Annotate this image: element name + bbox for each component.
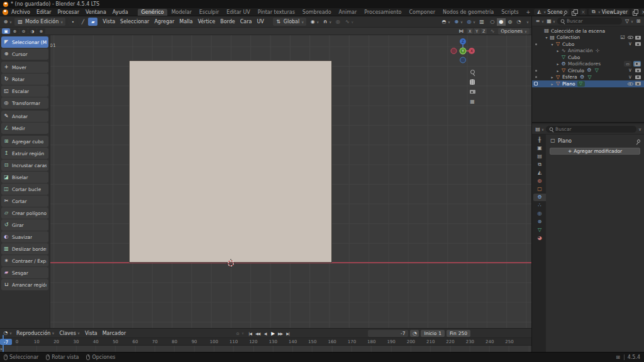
properties-search-input[interactable] [555,126,633,132]
workspace-tab-scripts[interactable]: Scripts [497,9,522,16]
tool-anotar[interactable]: ✎Anotar [1,111,48,122]
scene-selector[interactable]: ◭ ∨ Scene [534,9,569,15]
grid-button[interactable]: ▦ [469,99,476,105]
properties-editor-type-button[interactable]: ▤∨ [535,126,544,133]
menu-procesar[interactable]: Procesar [55,9,82,15]
tool-suavizar[interactable]: ◐Suavizar [1,231,48,243]
tool-cortar[interactable]: ✂Cortar [1,195,48,207]
remove-view-layer-button[interactable]: × [640,9,644,15]
properties-tab-scene-props[interactable]: ◭ [533,169,546,177]
frame-start-field[interactable]: Inicio 1 [421,330,445,337]
timeline-editor-type-button[interactable]: ◔∨ [3,330,12,336]
options-dropdown[interactable]: Opciones ∨ [498,28,530,35]
zoom-button[interactable] [469,69,476,75]
tool-cortar-bucle[interactable]: ◫Cortar bucle [1,184,48,195]
select-box-mode-subtract[interactable]: ⊖ [19,28,28,34]
expander-icon[interactable]: ▾ [550,42,555,47]
tool-rotar[interactable]: ↻Rotar [1,74,48,85]
tool-crear-pol-gono[interactable]: ▱Crear polígono [1,207,48,219]
shading-solid[interactable]: ● [497,18,506,26]
select-mode-face[interactable]: ▰ [88,18,97,26]
falloff-button[interactable]: ∿∨ [344,19,353,25]
workspace-tab-+[interactable]: + [523,9,535,16]
screen-toggle-icon[interactable]: ▭ [624,61,631,67]
outliner-filter-button[interactable]: ▽∨ [624,18,633,25]
mirror-icon[interactable]: ⋈ [458,28,464,35]
gizmo-x-neg-axis[interactable] [451,48,457,54]
select-box-mode-extend[interactable]: ⊕ [11,28,19,34]
new-scene-button[interactable] [571,9,578,15]
outliner-search[interactable] [557,18,622,25]
viewport-menu-cara[interactable]: Cara [238,19,255,25]
tool-sesgar[interactable]: ▰Sesgar [1,267,48,278]
properties-tab-modifiers[interactable]: ⚙ [533,194,546,201]
chevron-down-icon[interactable]: ∨ [638,127,641,132]
tool-mover[interactable]: +Mover [1,62,48,73]
navigation-gizmo[interactable]: Z X Y [450,37,475,66]
properties-tab-physics[interactable]: ◎ [533,210,546,217]
workspace-tab-modelar[interactable]: Modelar [167,9,195,16]
frame-end-field[interactable]: Fin 250 [447,330,470,337]
snap-button[interactable]: ∩∨ [322,19,331,25]
use-preview-range-button[interactable]: ◔ [410,330,419,337]
outliner-row-c-rculo[interactable]: ▸▽Círculo⚙▽∨ [532,67,644,74]
falloff-icon[interactable]: ∿ [489,28,496,35]
workspace-tab-nodos-de-geometr-a[interactable]: Nodos de geometría [439,9,497,16]
viewport-menu-agregar[interactable]: Agregar [152,19,177,25]
outliner-row-esfera[interactable]: ▸▽Esfera⚙▽∨ [532,74,644,81]
tool-arrancar-regi-n[interactable]: ⊔Arrancar región [1,279,48,290]
tool-deslizar-bordes[interactable]: ▥Deslizar bordes [1,243,48,255]
workspace-tab-procesamiento[interactable]: Procesamiento [360,9,405,16]
auto-key-button[interactable]: ⊙ [234,329,241,337]
tool-biselar[interactable]: ◪Biselar [1,172,48,183]
new-collection-icon[interactable]: ⊞ [635,18,641,25]
shading-wire[interactable]: ○ [488,18,497,26]
tool-extruir-regi-n[interactable]: ↥Extruir región [1,148,48,159]
play-button[interactable]: ▶ [269,329,276,337]
editor-type-button[interactable]: ⊕∨ [3,19,12,25]
outliner-search-input[interactable] [567,18,619,24]
select-box-mode-new[interactable]: ▣ [2,28,10,34]
tool-medir[interactable]: ∠Medir [1,123,48,134]
properties-tab-tool[interactable]: ╫ [533,136,546,144]
outliner-row-animaci-n[interactable]: ▸∿Animación⊹ [532,48,644,55]
outliner-editor-type-button[interactable]: ≡∨ [535,18,544,25]
properties-tab-particles[interactable]: ∴ [533,202,546,209]
workspace-tab-esculpir[interactable]: Esculpir [196,9,223,16]
menu-editar[interactable]: Editar [33,9,55,15]
overlays-button[interactable]: ◎∨ [466,19,475,25]
timeline-ruler[interactable]: 0102030405060708090100110120130140150160… [0,338,531,346]
menu-archivo[interactable]: Archivo [8,9,33,15]
shading-matprev[interactable]: ◍ [506,18,514,26]
tool-contraer-expa[interactable]: ∗Contraer / Expa... [1,255,48,266]
add-modifier-button[interactable]: + Agregar modificador [550,148,640,155]
new-view-layer-button[interactable] [631,9,638,15]
camera-icon[interactable] [635,82,641,85]
outliner-row-plano[interactable]: ▸▽Plano▽ [532,80,644,87]
shading-rendered[interactable]: ◔ [514,18,523,26]
playhead-line[interactable] [3,335,4,352]
workspace-tab-pintar-texturas[interactable]: Pintar texturas [254,9,299,16]
workspace-tab-gen-rico[interactable]: Genérico [138,9,168,16]
proportional-edit-button[interactable]: ◎ [335,19,341,25]
viewport-menu-vista[interactable]: Vista [100,19,118,25]
select-box-mode-invert[interactable]: ◑ [28,28,36,34]
blender-menu-icon[interactable] [3,9,8,15]
select-mode-edge[interactable]: ╱ [78,18,87,26]
pin-icon[interactable] [636,138,641,143]
viewport-menu-uv[interactable]: UV [254,19,266,25]
properties-tab-object[interactable]: ▢ [533,185,546,193]
expander-icon[interactable]: ▸ [555,69,560,73]
timeline-menu-claves[interactable]: Claves∨ [57,331,82,336]
workspace-tab-componer[interactable]: Componer [405,9,439,16]
properties-search[interactable] [546,126,636,133]
current-frame-field[interactable]: -7 [368,330,408,337]
pin-icon[interactable] [564,9,568,14]
viewport-menu-seleccionar[interactable]: Seleccionar [118,19,152,25]
timeline-menu-reproducci-n[interactable]: Reproducción∨ [14,331,56,336]
properties-tab-viewlayer[interactable]: ⧉ [533,161,546,168]
tool-seleccionar-m[interactable]: ◤Seleccionar (M... [1,36,48,48]
workspace-tab-editar-uv[interactable]: Editar UV [223,9,254,16]
properties-tab-data[interactable]: ▽ [533,226,546,234]
workspace-tab-animar[interactable]: Animar [335,9,361,16]
